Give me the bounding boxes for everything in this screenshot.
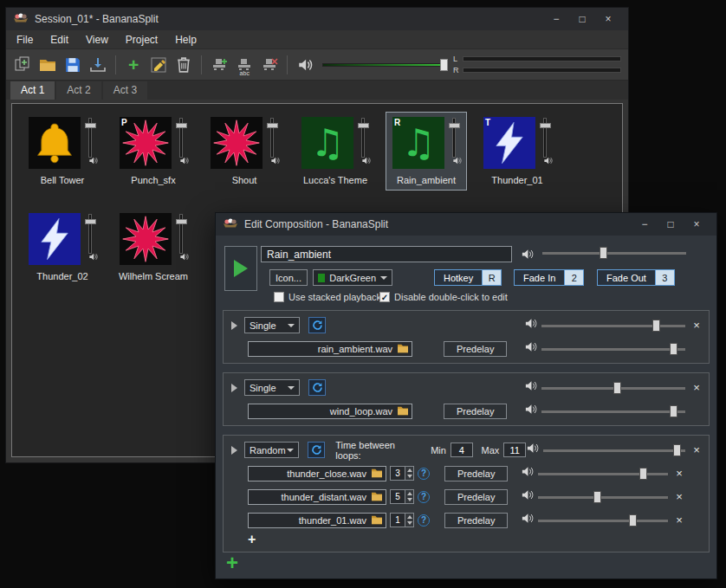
sound-tile-luccas-theme[interactable]: ♫ Lucca's Theme — [295, 113, 375, 190]
spin-down-icon[interactable] — [405, 474, 413, 481]
speaker-icon[interactable] — [521, 488, 534, 505]
add-sound-button[interactable]: + — [124, 55, 143, 75]
folder-icon[interactable] — [397, 343, 409, 355]
file-path-input[interactable]: wind_loop.wav — [248, 404, 412, 419]
weight-spinner[interactable]: 5 — [390, 489, 414, 504]
close-button[interactable]: × — [595, 10, 621, 28]
help-icon[interactable]: ? — [418, 491, 430, 503]
speaker-icon[interactable] — [526, 442, 539, 458]
expand-icon[interactable] — [231, 321, 237, 330]
sound-tile-thunder-01[interactable]: T Thunder_01 — [477, 113, 557, 190]
checkbox-checked[interactable]: ✓ — [379, 292, 390, 302]
tab-act-2[interactable]: Act 2 — [56, 81, 100, 100]
speaker-icon[interactable] — [521, 512, 534, 528]
predelay-button[interactable]: Predelay — [444, 489, 508, 505]
folder-icon[interactable] — [397, 405, 409, 417]
spin-up-icon[interactable] — [405, 467, 413, 474]
fade-out-value[interactable]: 3 — [656, 269, 675, 286]
delete-sound-button[interactable] — [174, 55, 193, 75]
open-session-button[interactable] — [38, 55, 57, 75]
fade-in-button[interactable]: Fade In 2 — [514, 269, 584, 286]
predelay-button[interactable]: Predelay — [444, 466, 508, 481]
file-volume-slider[interactable] — [538, 468, 668, 480]
hotkey-value[interactable]: R — [483, 269, 502, 286]
track-mode-select[interactable]: Random — [244, 442, 299, 458]
sound-tile-wilhelm-scream[interactable]: Wilhelm Scream — [113, 209, 193, 286]
file-volume-slider[interactable] — [541, 405, 685, 417]
weight-value[interactable]: 5 — [390, 489, 405, 504]
max-input[interactable]: 11 — [503, 443, 526, 457]
file-path-input[interactable]: thunder_close.wav — [248, 466, 386, 481]
speaker-icon[interactable] — [524, 340, 537, 357]
hotkey-abc-button[interactable]: abc — [235, 55, 254, 75]
speaker-icon[interactable] — [524, 379, 537, 396]
file-volume-slider[interactable] — [541, 343, 685, 355]
disable-doubleclick-checkbox[interactable]: ✓ Disable double-click to edit — [379, 292, 508, 302]
sound-tile-punch-sfx[interactable]: P Punch_sfx — [113, 113, 193, 190]
icon-button[interactable]: Icon... — [269, 269, 308, 286]
main-titlebar[interactable]: Session_01* - BananaSplit − □ × — [6, 8, 628, 30]
sound-tile-shout[interactable]: Shout — [204, 113, 284, 190]
expand-icon[interactable] — [231, 446, 237, 455]
folder-icon[interactable] — [371, 468, 383, 480]
help-icon[interactable]: ? — [418, 468, 430, 480]
loop-sync-button[interactable] — [308, 317, 326, 333]
import-button[interactable] — [88, 55, 107, 75]
weight-value[interactable]: 3 — [390, 466, 405, 481]
hotkey-button[interactable]: Hotkey R — [434, 269, 502, 286]
track-volume-slider[interactable] — [543, 444, 685, 456]
tab-act-1[interactable]: Act 1 — [10, 81, 55, 100]
track-volume-slider[interactable] — [541, 320, 685, 332]
menu-view[interactable]: View — [86, 34, 108, 46]
menu-file[interactable]: File — [16, 34, 33, 46]
track-mode-select[interactable]: Single — [244, 379, 300, 396]
add-track-button[interactable]: + — [226, 552, 238, 573]
remove-track-button[interactable]: × — [690, 444, 703, 456]
spin-up-icon[interactable] — [405, 514, 413, 520]
folder-icon[interactable] — [371, 514, 383, 527]
minimize-button[interactable]: − — [632, 216, 658, 233]
play-button[interactable] — [224, 246, 257, 291]
master-volume-slider[interactable] — [322, 59, 442, 71]
maximize-button[interactable]: □ — [658, 216, 684, 233]
track-volume-slider[interactable] — [541, 382, 685, 394]
weight-value[interactable]: 1 — [390, 513, 405, 527]
composition-name-input[interactable]: Rain_ambient — [261, 246, 512, 262]
minimize-button[interactable]: − — [543, 10, 569, 28]
loop-sync-button[interactable] — [308, 442, 325, 458]
speaker-icon[interactable] — [521, 248, 534, 264]
spin-down-icon[interactable] — [405, 520, 413, 527]
master-mute-button[interactable] — [295, 55, 314, 75]
speaker-icon[interactable] — [524, 403, 537, 419]
spin-up-icon[interactable] — [405, 490, 413, 497]
track-mode-select[interactable]: Single — [244, 317, 300, 333]
sound-tile-rain-ambient[interactable]: R ♫ Rain_ambient — [386, 113, 466, 190]
spin-down-icon[interactable] — [405, 497, 413, 504]
remove-file-button[interactable]: × — [672, 468, 686, 479]
save-session-button[interactable] — [63, 55, 82, 75]
sound-tile-thunder-02[interactable]: Thunder_02 — [23, 209, 102, 286]
speaker-icon[interactable] — [521, 465, 534, 481]
composition-volume-slider[interactable] — [542, 247, 686, 259]
predelay-button[interactable]: Predelay — [444, 513, 508, 528]
fade-in-value[interactable]: 2 — [565, 269, 584, 286]
folder-icon[interactable] — [371, 491, 383, 503]
help-icon[interactable]: ? — [418, 514, 430, 527]
tab-act-3[interactable]: Act 3 — [103, 81, 147, 100]
remove-file-button[interactable]: × — [672, 514, 686, 526]
new-session-button[interactable] — [13, 55, 32, 75]
checkbox-unchecked[interactable] — [274, 292, 284, 302]
menu-edit[interactable]: Edit — [50, 34, 68, 46]
file-path-input[interactable]: thunder_distant.wav — [248, 489, 386, 505]
speaker-icon[interactable] — [524, 317, 537, 333]
weight-spinner[interactable]: 1 — [390, 513, 414, 527]
sound-tile-bell-tower[interactable]: Bell Tower — [23, 113, 102, 190]
expand-icon[interactable] — [231, 384, 237, 392]
slider-handle[interactable] — [440, 59, 448, 71]
hotkey-add-button[interactable] — [210, 55, 229, 75]
file-volume-slider[interactable] — [538, 491, 668, 503]
stacked-playback-checkbox[interactable]: Use stacked playback — [274, 292, 381, 302]
hotkey-remove-button[interactable] — [260, 55, 279, 75]
add-file-button[interactable]: + — [248, 533, 263, 546]
menu-help[interactable]: Help — [175, 34, 197, 46]
